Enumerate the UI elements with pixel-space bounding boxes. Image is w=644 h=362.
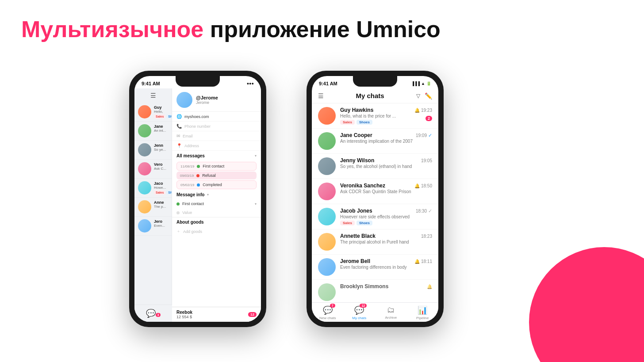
detail-panel: @Jerome Jerome 🌐 myshoes.com 📞 Phone num…	[172, 88, 261, 322]
tag-sales-jacob: Sales	[154, 191, 165, 194]
check-jane: ✓	[428, 133, 432, 138]
signal-icon: ●●●	[247, 81, 254, 86]
first-contact-label: First contact	[182, 202, 204, 206]
sidebar-info-jacob: Jaco Howe... Sales Shoes	[154, 181, 168, 194]
value-placeholder: Value	[182, 210, 192, 215]
detail-website: myshoes.com	[184, 114, 209, 119]
sidebar-item-jane[interactable]: Jane An int...	[134, 122, 172, 141]
all-messages-section[interactable]: All messages ▾	[172, 151, 261, 161]
chat-time-jerome: 🔔 18:11	[414, 259, 432, 264]
tag-shoes-jacob: Shoes	[166, 191, 172, 194]
sidebar-avatar-guy	[138, 105, 151, 118]
sidebar-info-vero: Vero Ask C...	[154, 162, 168, 171]
msg-label-1: First contact	[203, 164, 224, 168]
sidebar-name-vero: Vero	[154, 162, 168, 167]
new-chats-icon[interactable]: 💬 3	[138, 309, 169, 318]
product-price: 12 554 $	[176, 315, 192, 319]
chat-item-guy[interactable]: Guy Hawkins 🔔 19:23 Hello, what is the p…	[312, 103, 438, 129]
add-goods-label: Add goods	[183, 229, 202, 234]
chat-item-jerome[interactable]: Jerome Bell 🔔 18:11 Even factoring diffe…	[312, 255, 438, 280]
sidebar-tags-guy: Sales Shoes	[154, 114, 168, 118]
sidebar-msg-annette: The p...	[154, 205, 168, 209]
sidebar-item-annette[interactable]: Anne The p...	[134, 198, 172, 217]
detail-address-field[interactable]: 📍 Address	[172, 141, 261, 151]
unread-badge-guy: 2	[426, 116, 432, 121]
detail-phone-field[interactable]: 📞 Phone number	[172, 122, 261, 131]
check-jacob: ✓	[428, 208, 432, 214]
chat-avatar-jenny	[318, 157, 336, 175]
chat-msg-jane: An interesting implication of the 2007	[340, 139, 429, 144]
value-dot	[176, 211, 180, 214]
title-suffix: приложение Umnico	[203, 16, 441, 42]
nav-item-pipeline[interactable]: 📊 Pipeline	[407, 305, 439, 320]
chat-item-jane[interactable]: Jane Cooper 19:09 ✓ An interesting impli…	[312, 129, 438, 154]
chat-header: ☰ My chats ▽ ✏️	[312, 88, 438, 103]
nav-item-archive[interactable]: 🗂 Archive	[375, 305, 407, 320]
chat-item-annette[interactable]: Annette Black 18:23 The principal alcoho…	[312, 229, 438, 255]
sidebar-item-jerome[interactable]: Jero Even...	[134, 217, 172, 236]
chat-msg-jenny: So yes, the alcohol (ethanol) in hand	[340, 164, 429, 169]
chat-item-jacob[interactable]: Jacob Jones 18:30 ✓ However rare side ef…	[312, 204, 438, 229]
chat-info-jerome: Jerome Bell 🔔 18:11 Even factoring diffe…	[340, 258, 432, 270]
value-row[interactable]: Value	[172, 208, 261, 217]
sidebar-info-jenny: Jenn So ye...	[154, 143, 168, 152]
sidebar-info-guy: Guy Hello, Sales Shoes	[154, 105, 168, 118]
left-phone-frame: 9:41 AM ●●● ☰ Guy Hello,	[129, 71, 266, 327]
nav-icon-new-chats: 💬 7	[323, 305, 333, 315]
detail-avatar	[176, 92, 192, 108]
edit-icon[interactable]: ✏️	[425, 92, 432, 99]
chat-name-row-vero: Veronika Sanchez 🔔 18:50	[340, 183, 432, 189]
chat-time-jacob: 18:30 ✓	[416, 208, 432, 214]
detail-address-label: Address	[184, 144, 199, 148]
hamburger-icon[interactable]: ☰	[150, 92, 156, 99]
sidebar-name-jerome: Jero	[154, 219, 168, 224]
sidebar-item-vero[interactable]: Vero Ask C...	[134, 160, 172, 179]
chat-time-annette: 18:23	[421, 234, 432, 239]
chat-avatar-jacob	[318, 208, 336, 225]
right-hamburger-icon[interactable]: ☰	[318, 92, 324, 99]
product-name: Reebok	[176, 310, 192, 315]
chat-time-brooklyn: 🔔	[427, 284, 432, 289]
sidebar-name-jane: Jane	[154, 124, 168, 129]
nav-item-new-chats[interactable]: 💬 7 New chats	[312, 305, 344, 320]
sidebar-avatar-jenny	[138, 143, 151, 156]
sidebar-item-jenny[interactable]: Jenn So ye...	[134, 141, 172, 160]
add-goods-row[interactable]: ＋ Add goods	[172, 227, 261, 236]
bottom-product-bar: Reebok 12 554 $ 12	[172, 307, 261, 322]
chat-name-row-jane: Jane Cooper 19:09 ✓	[340, 132, 432, 138]
sidebar-avatar-jacob	[138, 181, 151, 194]
chat-name-annette: Annette Black	[340, 233, 376, 239]
battery-icon: 🔋	[426, 81, 431, 86]
message-row-1[interactable]: 11/08/19 First contact	[176, 162, 257, 171]
chat-msg-vero: Ask CDCR San Quintin State Prison	[340, 189, 429, 194]
chat-info-vero: Veronika Sanchez 🔔 18:50 Ask CDCR San Qu…	[340, 183, 432, 194]
chat-msg-guy: Hello, what is the price for ...	[340, 114, 429, 118]
bell-guy: 🔔	[414, 108, 420, 113]
nav-badge-my-chats: 12	[360, 304, 367, 308]
sidebar-name-jacob: Jaco	[154, 181, 168, 186]
chat-item-brooklyn[interactable]: Brooklyn Simmons 🔔	[312, 280, 438, 302]
chat-item-jenny[interactable]: Jenny Wilson 19:05 So yes, the alcohol (…	[312, 154, 438, 179]
message-row-2[interactable]: 09/03/19 Refusal	[176, 171, 257, 179]
left-notch	[176, 76, 220, 87]
message-row-3[interactable]: 05/02/19 Completed	[176, 180, 257, 189]
first-contact-dropdown[interactable]: ▾	[255, 202, 257, 206]
chat-time-vero: 🔔 18:50	[414, 183, 432, 188]
chat-time-jenny: 19:05	[421, 158, 432, 163]
nav-item-my-chats[interactable]: 💬 12 My chats	[344, 305, 376, 320]
sidebar-item-jacob[interactable]: Jaco Howe... Sales Shoes	[134, 179, 172, 198]
nav-label-pipeline: Pipeline	[416, 316, 429, 320]
msg-date-3: 05/02/19	[180, 183, 194, 187]
chat-avatar-annette	[318, 233, 336, 251]
header-icons: ▽ ✏️	[416, 92, 432, 99]
sidebar-item-guy[interactable]: Guy Hello, Sales Shoes	[134, 103, 172, 122]
first-contact-row[interactable]: First contact ▾	[172, 199, 261, 208]
tag-shoes: Shoes	[166, 114, 172, 118]
detail-email-field[interactable]: ✉ Email	[172, 131, 261, 141]
sidebar: ☰ Guy Hello, Sales Shoes	[134, 88, 172, 322]
right-phone-frame: 9:41 AM ▐▐▐ ▲ 🔋 ☰ My chats ▽ ✏️	[307, 71, 444, 327]
chat-item-vero[interactable]: Veronika Sanchez 🔔 18:50 Ask CDCR San Qu…	[312, 179, 438, 204]
filter-icon[interactable]: ▽	[416, 93, 420, 99]
email-icon: ✉	[176, 133, 180, 138]
message-info-section[interactable]: Message info ▾	[172, 190, 261, 199]
